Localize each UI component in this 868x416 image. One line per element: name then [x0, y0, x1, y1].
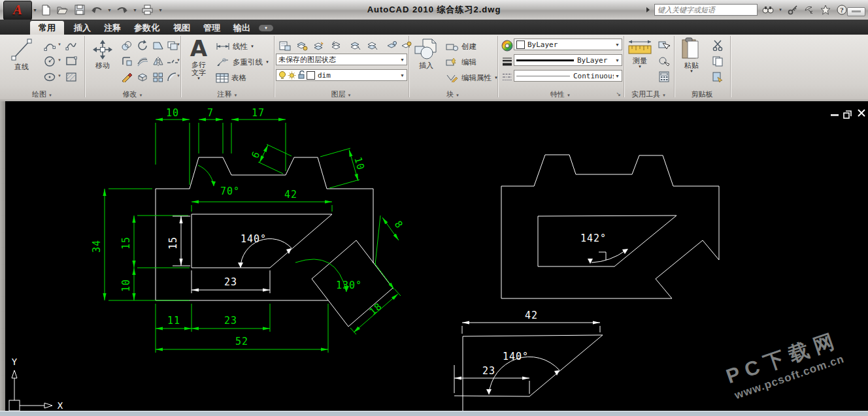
- right-part-annotation: 142°: [580, 232, 628, 264]
- layer-properties-button[interactable]: [277, 38, 292, 53]
- properties-dialog-launcher-icon[interactable]: ↘: [616, 89, 621, 99]
- paste-button[interactable]: 粘贴 ▼: [678, 37, 705, 73]
- drawing-viewport[interactable]: 10 7 17 6 10 70° 42 34 15 10 8 130° 18 1…: [0, 101, 868, 416]
- color-swatch: [516, 40, 525, 49]
- search-input[interactable]: [654, 4, 758, 16]
- annotation-panel-label[interactable]: 注释 ▼: [181, 89, 274, 99]
- paste-special-button[interactable]: [710, 69, 725, 84]
- tab-parametric[interactable]: 参数化: [125, 21, 168, 35]
- line-tool-button[interactable]: 直线: [5, 37, 38, 71]
- drawing-canvas[interactable]: 10 7 17 6 10 70° 42 34 15 10 8 130° 18 1…: [0, 101, 868, 416]
- copy-tool-button[interactable]: [119, 38, 134, 53]
- lineweight-combo[interactable]: ByLayer▼: [514, 54, 622, 66]
- layer-isolate-button[interactable]: [348, 38, 363, 53]
- left-part-dimensions: 10 7 17 6 10 70° 42 34 15 10 8 130° 18 1…: [91, 107, 405, 353]
- fillet-corner-tool-button[interactable]: [119, 54, 134, 69]
- ellipse-tool-button[interactable]: [42, 69, 57, 84]
- stretch-tool-button[interactable]: [150, 38, 165, 53]
- layer-match-button[interactable]: [294, 38, 309, 53]
- search-binoculars-icon[interactable]: [762, 4, 774, 16]
- modify-panel-label[interactable]: 修改 ▼: [85, 89, 180, 99]
- lineweight-button[interactable]: [499, 54, 514, 69]
- ribbon-collapse-button[interactable]: ▼: [259, 25, 273, 31]
- object-color-button[interactable]: [499, 38, 514, 53]
- help-icon[interactable]: ?: [836, 4, 848, 16]
- break-dropdown-icon[interactable]: ▼: [176, 58, 180, 62]
- rotate-tool-button[interactable]: [135, 38, 150, 53]
- dim-text: 52: [235, 336, 248, 347]
- quick-calc-button[interactable]: [656, 54, 671, 69]
- layer-unlock-icon[interactable]: [297, 71, 305, 80]
- fillet-dropdown-icon[interactable]: ▼: [176, 74, 180, 78]
- drawing-minimize-button[interactable]: [831, 114, 839, 116]
- create-block-button[interactable]: 创建: [446, 40, 476, 53]
- tab-manage[interactable]: 管理: [195, 21, 229, 35]
- arc-dropdown-icon[interactable]: ▼: [58, 42, 61, 46]
- block-panel-label[interactable]: 块 ▼: [409, 89, 497, 99]
- linetype-button[interactable]: [499, 69, 514, 84]
- layer-state-combo[interactable]: 未保存的图层状态▼: [276, 54, 407, 65]
- table-button[interactable]: 表格: [216, 71, 246, 84]
- ellipse-dropdown-icon[interactable]: ▼: [58, 74, 61, 78]
- layer-freeze-button[interactable]: [384, 38, 399, 53]
- offset-tool-button[interactable]: [135, 54, 150, 69]
- mtext-tool-button[interactable]: A 多行文字 ▼: [184, 37, 213, 80]
- layer-thaw-sun-icon[interactable]: [288, 71, 296, 80]
- move-icon: [92, 39, 114, 61]
- drawing-close-button[interactable]: [858, 110, 865, 116]
- array-tool-button[interactable]: [150, 69, 165, 84]
- layer-change-button[interactable]: [311, 38, 326, 53]
- polyline-tool-button[interactable]: [63, 38, 78, 53]
- tab-insert[interactable]: 插入: [65, 21, 99, 35]
- insert-block-button[interactable]: 插入: [412, 37, 441, 69]
- properties-panel-label[interactable]: 特性 ▼ ↘: [497, 89, 624, 99]
- copy-clip-button[interactable]: [710, 54, 725, 69]
- drawing-restore-button[interactable]: [844, 111, 851, 118]
- cut-button[interactable]: [710, 38, 725, 53]
- right-part-geometry[interactable]: [501, 155, 719, 298]
- hatch-tool-button[interactable]: [63, 69, 78, 84]
- layer-combo[interactable]: dim▼: [276, 69, 407, 81]
- edit-attributes-button[interactable]: 编辑属性▼: [446, 71, 498, 84]
- quick-select-button[interactable]: [656, 38, 671, 53]
- detail-geometry[interactable]: [454, 335, 603, 411]
- search-collapse-icon[interactable]: [646, 7, 650, 12]
- subscription-key-icon[interactable]: [787, 4, 799, 16]
- layer-on-bulb-icon[interactable]: [278, 71, 286, 80]
- left-part-geometry[interactable]: [156, 157, 393, 327]
- edit-block-button[interactable]: 编辑: [446, 56, 476, 69]
- layers-panel-label[interactable]: 图层 ▼: [274, 89, 409, 99]
- mirror-tool-button[interactable]: [150, 54, 165, 69]
- linear-dimension-button[interactable]: 线性▼: [216, 40, 254, 53]
- circle-dropdown-icon[interactable]: ▼: [58, 58, 61, 62]
- layer-previous-button[interactable]: [328, 38, 343, 53]
- trim-dropdown-icon[interactable]: ▼: [176, 42, 180, 46]
- move-tool-button[interactable]: 移动: [89, 39, 116, 69]
- layer-color-swatch[interactable]: [307, 71, 315, 80]
- rectangle-tool-button[interactable]: [63, 54, 78, 69]
- line-icon: [10, 37, 33, 62]
- tab-annotate[interactable]: 注释: [95, 21, 129, 35]
- titlebar-minimize-button[interactable]: [847, 7, 865, 16]
- linear-dim-icon: [216, 42, 230, 50]
- ucs-icon: [9, 370, 52, 411]
- arc-tool-button[interactable]: [42, 38, 57, 53]
- dim-text: 23: [224, 315, 237, 327]
- measure-tool-button[interactable]: 测量 ▼: [626, 38, 654, 69]
- tab-view[interactable]: 视图: [165, 21, 199, 35]
- favorites-star-icon[interactable]: [820, 4, 831, 16]
- multileader-button[interactable]: 多重引线▼: [216, 56, 269, 69]
- draw-panel-label[interactable]: 绘图 ▼: [0, 89, 84, 99]
- tab-home[interactable]: 常用: [30, 21, 64, 35]
- communication-center-icon[interactable]: [803, 4, 815, 16]
- color-combo[interactable]: ByLayer▼: [514, 39, 622, 50]
- layer-unisolate-button[interactable]: [365, 38, 380, 53]
- utilities-panel-label[interactable]: 实用工具 ▼: [624, 89, 674, 99]
- calculator-button[interactable]: [656, 69, 671, 84]
- search-dropdown-icon[interactable]: ▼: [778, 8, 782, 12]
- explode-tool-button[interactable]: [135, 69, 150, 84]
- circle-tool-button[interactable]: [42, 54, 57, 69]
- tab-output[interactable]: 输出: [225, 21, 259, 35]
- linetype-combo[interactable]: Continuous▼: [514, 70, 622, 82]
- erase-tool-button[interactable]: [119, 69, 134, 84]
